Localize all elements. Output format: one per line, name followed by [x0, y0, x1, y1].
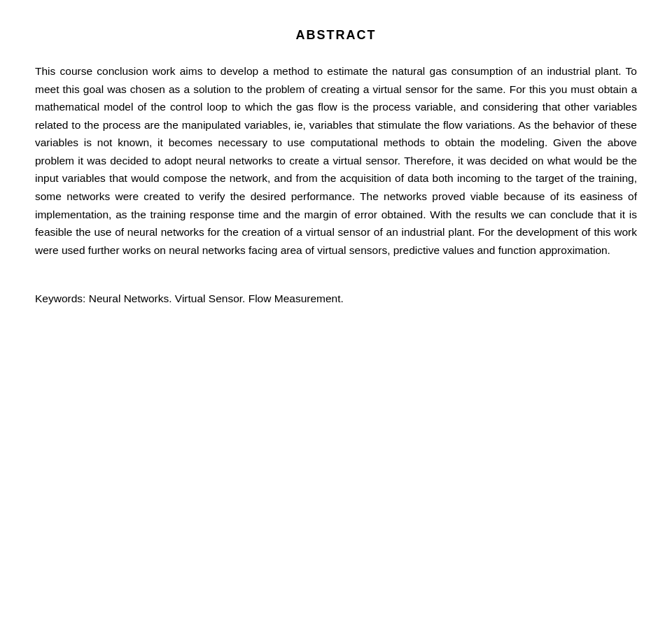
abstract-body: This course conclusion work aims to deve… [35, 62, 637, 259]
abstract-paragraph: This course conclusion work aims to deve… [35, 62, 637, 259]
keywords-section: Keywords: Neural Networks. Virtual Senso… [35, 292, 637, 305]
keywords-label: Keywords: [35, 292, 85, 304]
page-container: ABSTRACT This course conclusion work aim… [35, 28, 637, 305]
keywords-text: Neural Networks. Virtual Sensor. Flow Me… [89, 292, 344, 304]
abstract-title: ABSTRACT [35, 28, 637, 43]
